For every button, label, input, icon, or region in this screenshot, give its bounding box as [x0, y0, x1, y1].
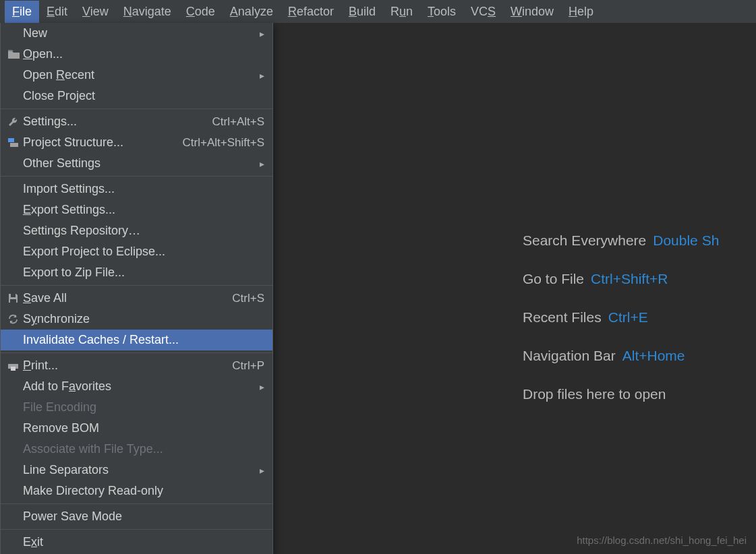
menu-item-other-settings[interactable]: Other Settings▸: [1, 153, 272, 174]
watermark-text: https://blog.csdn.net/shi_hong_fei_hei: [577, 534, 747, 546]
menu-item-settings[interactable]: Settings...Ctrl+Alt+S: [1, 111, 272, 132]
svg-rect-5: [11, 361, 16, 364]
sync-icon: [8, 314, 23, 324]
menu-shortcut: Ctrl+Alt+Shift+S: [176, 136, 264, 150]
menu-item-label: Export Project to Eclipse...: [23, 245, 264, 259]
wrench-icon: [8, 117, 23, 127]
menu-item-close-project[interactable]: Close Project: [1, 86, 272, 106]
menu-item-import-settings[interactable]: Import Settings...: [1, 179, 272, 199]
menu-separator: [1, 285, 272, 286]
svg-rect-6: [11, 367, 16, 371]
menu-item-settings-repository[interactable]: Settings Repository…: [1, 220, 272, 241]
welcome-hint-shortcut: Ctrl+Shift+R: [591, 271, 668, 286]
welcome-panel: Search EverywhereDouble ShGo to FileCtrl…: [523, 233, 719, 425]
svg-rect-1: [10, 143, 18, 147]
menu-item-project-structure[interactable]: Project Structure...Ctrl+Alt+Shift+S: [1, 132, 272, 153]
menu-item-label: Add to Favorites: [23, 379, 254, 394]
save-icon: [8, 293, 23, 303]
submenu-arrow-icon: ▸: [254, 465, 264, 476]
menu-refactor[interactable]: Refactor: [281, 1, 341, 23]
menu-shortcut: Ctrl+S: [225, 292, 264, 305]
menu-item-label: Synchronize: [23, 312, 264, 326]
menu-item-label: Other Settings: [23, 156, 254, 171]
menu-item-exit[interactable]: Exit: [1, 532, 272, 553]
menu-item-export-project-to-eclipse[interactable]: Export Project to Eclipse...: [1, 241, 272, 262]
menu-vcs[interactable]: VCS: [463, 1, 503, 23]
menu-build[interactable]: Build: [341, 1, 383, 23]
menu-code[interactable]: Code: [179, 1, 223, 23]
menu-separator: [1, 503, 272, 504]
welcome-hint-shortcut: Ctrl+E: [608, 309, 648, 325]
menu-run[interactable]: Run: [383, 1, 420, 23]
submenu-arrow-icon: ▸: [254, 381, 264, 392]
welcome-hint-text: Navigation Bar: [523, 348, 616, 363]
menu-item-label: Invalidate Caches / Restart...: [23, 333, 264, 347]
welcome-hint-text: Recent Files: [523, 309, 602, 325]
menu-item-invalidate-caches-restart[interactable]: Invalidate Caches / Restart...: [1, 330, 272, 350]
menu-item-label: File Encoding: [23, 400, 264, 414]
menu-item-associate-with-file-type: Associate with File Type...: [1, 439, 272, 460]
svg-rect-3: [10, 299, 16, 303]
menu-help[interactable]: Help: [561, 1, 601, 23]
menu-item-label: Associate with File Type...: [23, 442, 264, 456]
menu-item-label: Make Directory Read-only: [23, 484, 264, 498]
menu-item-new[interactable]: New▸: [1, 23, 272, 44]
menu-item-remove-bom[interactable]: Remove BOM: [1, 418, 272, 439]
menu-separator: [1, 529, 272, 530]
menu-tools[interactable]: Tools: [420, 1, 463, 23]
menu-shortcut: Ctrl+P: [225, 359, 264, 373]
menu-view[interactable]: View: [75, 1, 116, 23]
svg-rect-0: [8, 138, 14, 142]
menubar: FileEditViewNavigateCodeAnalyzeRefactorB…: [0, 0, 756, 23]
menu-item-print[interactable]: Print...Ctrl+P: [1, 355, 272, 376]
welcome-hint-text: Drop files here to open: [523, 386, 666, 402]
menu-item-label: Save All: [23, 291, 225, 305]
menu-item-label: Settings Repository…: [23, 224, 264, 238]
menu-edit[interactable]: Edit: [39, 1, 75, 23]
submenu-arrow-icon: ▸: [254, 158, 264, 169]
menu-item-make-directory-read-only[interactable]: Make Directory Read-only: [1, 481, 272, 501]
menu-window[interactable]: Window: [503, 1, 561, 23]
menu-item-open[interactable]: Open...: [1, 44, 272, 65]
menu-item-label: Exit: [23, 535, 264, 549]
menu-file[interactable]: File: [5, 1, 39, 23]
menu-item-label: Import Settings...: [23, 182, 264, 196]
menu-item-label: Export Settings...: [23, 203, 264, 217]
welcome-hint: Go to FileCtrl+Shift+R: [523, 271, 719, 287]
menu-item-label: Export to Zip File...: [23, 266, 264, 280]
submenu-arrow-icon: ▸: [254, 28, 264, 39]
menu-item-label: Open...: [23, 47, 264, 61]
submenu-arrow-icon: ▸: [254, 70, 264, 81]
welcome-hint-text: Search Everywhere: [523, 233, 646, 248]
menu-item-export-settings[interactable]: Export Settings...: [1, 199, 272, 220]
menu-item-label: Project Structure...: [23, 135, 176, 150]
welcome-hint: Navigation BarAlt+Home: [523, 348, 719, 364]
svg-rect-2: [11, 294, 16, 297]
file-menu-dropdown: New▸Open...Open Recent▸Close ProjectSett…: [0, 23, 273, 554]
menu-shortcut: Ctrl+Alt+S: [206, 115, 264, 129]
menu-item-power-save-mode[interactable]: Power Save Mode: [1, 506, 272, 527]
menu-item-label: Remove BOM: [23, 421, 264, 435]
folder-icon: [8, 50, 23, 59]
menu-item-label: Close Project: [23, 89, 264, 103]
menu-item-label: Line Separators: [23, 463, 254, 477]
welcome-hint-text: Go to File: [523, 271, 584, 286]
menu-separator: [1, 109, 272, 109]
welcome-hint: Recent FilesCtrl+E: [523, 309, 719, 326]
menu-item-line-separators[interactable]: Line Separators▸: [1, 460, 272, 481]
menu-item-open-recent[interactable]: Open Recent▸: [1, 65, 272, 86]
menu-navigate[interactable]: Navigate: [116, 1, 179, 23]
welcome-hint-shortcut: Alt+Home: [622, 348, 685, 363]
menu-item-add-to-favorites[interactable]: Add to Favorites▸: [1, 376, 272, 397]
menu-item-label: Open Recent: [23, 68, 254, 82]
menu-item-label: Print...: [23, 359, 225, 373]
menu-analyze[interactable]: Analyze: [223, 1, 281, 23]
print-icon: [8, 361, 23, 371]
menu-item-synchronize[interactable]: Synchronize: [1, 309, 272, 330]
menu-item-label: Power Save Mode: [23, 510, 264, 524]
welcome-hint: Drop files here to open: [523, 386, 719, 402]
welcome-hint: Search EverywhereDouble Sh: [523, 233, 719, 249]
menu-item-save-all[interactable]: Save AllCtrl+S: [1, 288, 272, 309]
menu-item-export-to-zip-file[interactable]: Export to Zip File...: [1, 262, 272, 283]
menu-item-label: New: [23, 26, 254, 40]
